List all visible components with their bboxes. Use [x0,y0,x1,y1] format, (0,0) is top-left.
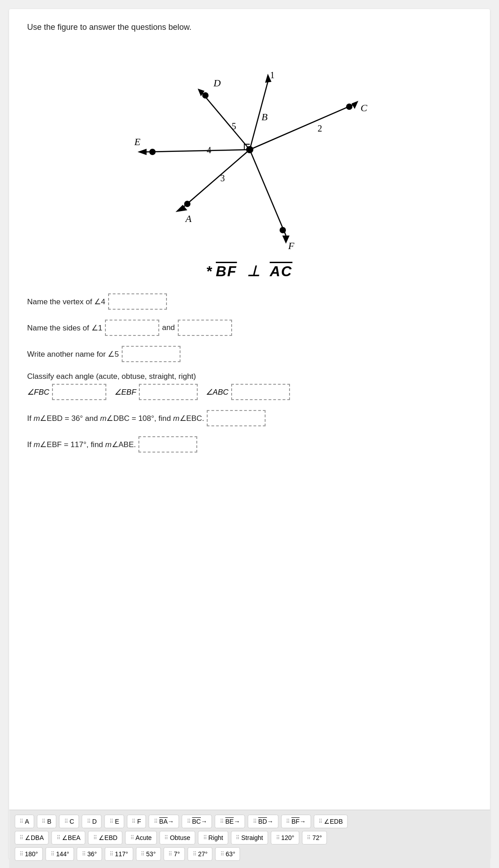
token-BC[interactable]: ⠿ BC→ [182,815,212,828]
sides-question: Name the sides of ∠1 and [27,320,472,336]
token-straight-label: Straight [241,834,263,841]
token-7-label: 7° [174,850,180,858]
another-name-line: Write another name for ∠5 [27,346,472,362]
token-180-label: 180° [25,850,38,858]
sides-question-line: Name the sides of ∠1 and [27,320,472,336]
token-bar: ⠿ A ⠿ B ⠿ C ⠿ D ⠿ E ⠿ F ⠿ BA→ ⠿ BC→ [9,810,490,868]
token-angle-EDB[interactable]: ⠿ ∠EDB [314,815,348,828]
svg-point-16 [149,149,156,155]
token-obtuse[interactable]: ⠿ Obtuse [159,831,195,844]
token-angle-BEA-label: ∠BEA [62,834,81,841]
sides-answer-box-1[interactable] [105,320,159,336]
classify-ebf: ∠EBF [114,384,198,400]
fbc-answer-box[interactable] [52,384,106,400]
figure-area: C 2 1 B D 5 E 4 [27,41,472,258]
ebf-answer-box[interactable] [139,384,198,400]
svg-text:F: F [288,240,295,251]
sides-answer-box-2[interactable] [178,320,232,336]
if-ebd-line: If m∠EBD = 36° and m∠DBC = 108°, find m∠… [27,410,472,426]
token-117-label: 117° [115,850,128,858]
token-A[interactable]: ⠿ A [14,815,34,828]
token-63[interactable]: ⠿ 63° [215,847,240,861]
token-C[interactable]: ⠿ C [59,815,79,828]
svg-marker-3 [352,101,358,109]
token-right-label: Right [209,834,223,841]
token-27[interactable]: ⠿ 27° [188,847,213,861]
token-C-label: C [70,818,74,825]
token-B-label: B [47,818,51,825]
classify-question: Classify each angle (acute, obtuse, stra… [27,372,472,400]
classify-header-text: Classify each angle (acute, obtuse, stra… [27,372,196,381]
svg-text:D: D [213,77,221,89]
svg-marker-17 [138,149,147,155]
token-144[interactable]: ⠿ 144° [46,847,74,861]
token-36[interactable]: ⠿ 36° [77,847,102,861]
token-BA-label: BA→ [159,818,174,825]
abc-answer-box[interactable] [231,384,290,400]
token-72-label: 72° [312,834,322,841]
token-A-label: A [25,818,29,825]
perpendicular-statement: * BF ⊥ AC [27,263,472,280]
svg-point-26 [280,227,286,233]
token-BA[interactable]: ⠿ BA→ [149,815,179,828]
if-ebf-text: If m∠EBF = 117°, find m∠ABE. [27,440,136,449]
ebd-answer-box[interactable] [207,410,266,426]
ebf-answer-box2[interactable] [138,436,197,453]
svg-point-2 [346,104,352,110]
token-36-label: 36° [87,850,97,858]
token-right[interactable]: ⠿ Right [198,831,228,844]
token-angle-EBD[interactable]: ⠿ ∠EBD [88,831,123,844]
classify-abc: ∠ABC [206,384,290,400]
svg-text:E: E [134,136,141,147]
if-ebf-line: If m∠EBF = 117°, find m∠ABE. [27,436,472,453]
token-row-3: ⠿ 180° ⠿ 144° ⠿ 36° ⠿ 117° ⠿ 53° ⠿ 7° ⠿ … [14,847,485,861]
token-D[interactable]: ⠿ D [82,815,102,828]
token-BF[interactable]: ⠿ BF→ [281,815,311,828]
fbc-label: ∠FBC [27,387,49,397]
token-BC-label: BC→ [192,818,207,825]
svg-point-11 [202,92,209,99]
ebf-label: ∠EBF [114,387,136,397]
token-F[interactable]: ⠿ F [127,815,146,828]
token-7[interactable]: ⠿ 7° [163,847,185,861]
token-B[interactable]: ⠿ B [37,815,56,828]
token-angle-BEA[interactable]: ⠿ ∠BEA [52,831,86,844]
and-text: and [162,323,175,332]
token-obtuse-label: Obtuse [170,834,190,841]
token-angle-DBA[interactable]: ⠿ ∠DBA [14,831,49,844]
vertex-question-line: Name the vertex of ∠4 [27,293,472,310]
token-117[interactable]: ⠿ 117° [105,847,133,861]
token-BD[interactable]: ⠿ BD→ [248,815,278,828]
token-angle-DBA-label: ∠DBA [25,834,44,841]
svg-text:5: 5 [232,121,236,131]
svg-line-10 [202,93,250,150]
token-acute-label: Acute [136,834,152,841]
perp-text: BF ⊥ AC [216,263,292,280]
token-53[interactable]: ⠿ 53° [136,847,161,861]
if-ebf-section: If m∠EBF = 117°, find m∠ABE. [27,436,472,453]
token-180[interactable]: ⠿ 180° [14,847,43,861]
token-straight[interactable]: ⠿ Straight [231,831,268,844]
token-120-label: 120° [281,834,295,841]
token-BF-label: BF→ [291,818,306,825]
token-120[interactable]: ⠿ 120° [271,831,299,844]
token-63-label: 63° [226,850,235,858]
svg-line-20 [182,150,250,208]
token-E[interactable]: ⠿ E [105,815,124,828]
svg-text:A: A [185,213,192,224]
page-container: Use the figure to answer the questions b… [9,9,490,859]
vertex-answer-box[interactable] [108,293,167,310]
svg-text:4: 4 [207,145,211,155]
token-acute[interactable]: ⠿ Acute [125,831,157,844]
another-name-question: Write another name for ∠5 [27,346,472,362]
token-row-1: ⠿ A ⠿ B ⠿ C ⠿ D ⠿ E ⠿ F ⠿ BA→ ⠿ BC→ [14,815,485,828]
if-ebd-section: If m∠EBD = 36° and m∠DBC = 108°, find m∠… [27,410,472,426]
token-72[interactable]: ⠿ 72° [302,831,327,844]
svg-text:1: 1 [270,70,275,80]
geometry-figure: C 2 1 B D 5 E 4 [119,41,381,258]
another-name-answer-box[interactable] [122,346,181,362]
token-BE[interactable]: ⠿ BE→ [215,815,245,828]
svg-line-25 [250,150,286,236]
vertex-text: Name the vertex of ∠4 [27,297,105,307]
token-53-label: 53° [146,850,156,858]
